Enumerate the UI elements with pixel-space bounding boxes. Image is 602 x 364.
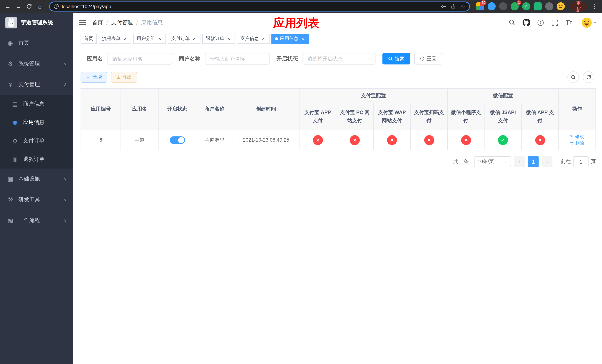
- alipay-app-status-icon: ×: [313, 135, 323, 145]
- breadcrumb: 首页 / 支付管理 / 应用信息: [92, 19, 163, 26]
- browser-update-button[interactable]: 更新: [570, 2, 587, 11]
- fullscreen-icon[interactable]: [550, 18, 559, 27]
- breadcrumb-home[interactable]: 首页: [92, 19, 103, 26]
- sidebar-subitem-pay-order[interactable]: ⊙ 支付订单: [0, 132, 73, 150]
- alipay-pc-status-icon: ×: [350, 135, 360, 145]
- chevron-down-icon: ∨: [64, 218, 67, 223]
- sidebar-subitem-merchant-info[interactable]: ▤ 商户信息: [0, 95, 73, 113]
- goto-page-input[interactable]: [573, 156, 589, 167]
- sidebar-item-workflow[interactable]: ▧ 工作流程 ∨: [0, 210, 73, 231]
- sidebar-item-label: 首页: [19, 40, 29, 46]
- search-button[interactable]: 搜索: [382, 53, 410, 64]
- share-icon[interactable]: [451, 4, 456, 9]
- prev-page-button[interactable]: ‹: [514, 156, 525, 167]
- delete-link[interactable]: 删除: [570, 140, 584, 146]
- sidebar-item-label: 应用信息: [23, 119, 44, 126]
- tab-refund-order[interactable]: 退款订单 ×: [202, 33, 235, 43]
- browser-forward-button[interactable]: →: [14, 1, 23, 11]
- col-create-time: 创建时间: [233, 88, 299, 130]
- tab-merchant-info[interactable]: 商户信息 ×: [237, 33, 269, 43]
- create-time-cell: 2021-10-23 08:49:25: [233, 130, 299, 150]
- sidebar-item-system[interactable]: ⚙ 系统管理 ∨: [0, 53, 73, 74]
- merchant-name-input[interactable]: [205, 53, 269, 64]
- breadcrumb-payment[interactable]: 支付管理: [111, 19, 133, 26]
- page-size-select[interactable]: 10条/页: [474, 156, 511, 167]
- col-app-name: 应用名: [121, 88, 158, 130]
- extension-green-avatar-icon[interactable]: 1: [511, 2, 519, 10]
- sidebar-item-label: 研发工具: [19, 196, 40, 203]
- tab-process-form[interactable]: 流程表单 ×: [99, 33, 131, 43]
- next-page-button[interactable]: ›: [542, 156, 552, 167]
- refresh-table-button[interactable]: [583, 72, 594, 83]
- sidebar-item-home[interactable]: ◉ 首页: [0, 32, 73, 53]
- sidebar-item-infrastructure[interactable]: ▣ 基础设施 ∨: [0, 169, 73, 189]
- extension-square-icon[interactable]: [534, 2, 542, 10]
- gear-icon: ⚙: [6, 60, 15, 67]
- wechat-jsapi-status-icon: ✓: [498, 135, 508, 145]
- tab-label: 退款订单: [206, 35, 224, 42]
- tab-close-icon[interactable]: ×: [261, 36, 266, 41]
- user-avatar[interactable]: ▾: [581, 17, 596, 28]
- breadcrumb-current: 应用信息: [141, 19, 163, 26]
- search-icon: [388, 56, 393, 61]
- export-button[interactable]: 导出: [111, 72, 137, 83]
- help-icon[interactable]: ?: [536, 18, 545, 27]
- bookmark-star-icon[interactable]: ☆: [460, 3, 465, 10]
- app-name-input[interactable]: [108, 53, 172, 64]
- font-size-icon[interactable]: TT: [565, 18, 573, 27]
- extension-grid-icon[interactable]: 10: [476, 2, 484, 10]
- extension-puzzle-icon[interactable]: [545, 2, 553, 10]
- sidebar-logo[interactable]: 芋道管理系统: [0, 13, 73, 32]
- avatar-emoji: [581, 17, 592, 28]
- browser-home-button[interactable]: ⌂: [35, 1, 45, 11]
- sidebar-subitem-refund-order[interactable]: ▥ 退款订单: [0, 150, 73, 169]
- tab-close-icon[interactable]: ×: [192, 36, 197, 41]
- sidebar-item-payment[interactable]: ¥ 支付管理 ∨: [0, 74, 73, 95]
- toggle-search-button[interactable]: [567, 72, 579, 83]
- sidebar-toggle-icon[interactable]: [79, 20, 86, 25]
- extension-face-icon[interactable]: [557, 2, 565, 10]
- wechat-mini-status-icon: ×: [461, 135, 471, 145]
- github-icon[interactable]: [522, 18, 531, 27]
- sidebar-menu: ◉ 首页 ⚙ 系统管理 ∨ ¥ 支付管理 ∨ ▤ 商户信息: [0, 32, 73, 231]
- monitor-icon: ▣: [6, 175, 15, 182]
- col-app-id: 应用编号: [81, 88, 121, 130]
- breadcrumb-separator: /: [106, 20, 108, 26]
- chevron-down-icon: ∨: [64, 61, 67, 66]
- page-number-1[interactable]: 1: [528, 156, 539, 167]
- site-info-icon[interactable]: [54, 4, 59, 9]
- tab-pay-order[interactable]: 支付订单 ×: [168, 33, 200, 43]
- tab-close-icon[interactable]: ×: [226, 36, 232, 41]
- edit-link[interactable]: ✎ 修改: [570, 133, 584, 140]
- merchant-name-label: 商户名称: [179, 55, 200, 62]
- extension-check-icon[interactable]: ✓: [522, 2, 530, 10]
- reset-button[interactable]: 重置: [414, 53, 442, 64]
- search-icon[interactable]: [508, 18, 516, 27]
- tab-close-icon[interactable]: ×: [123, 36, 128, 41]
- tab-close-icon[interactable]: ×: [157, 36, 162, 41]
- url-bar[interactable]: localhost:1024/pay/app ☆: [49, 1, 470, 11]
- status-select[interactable]: 请选择开启状态: [302, 53, 376, 64]
- tab-app-info[interactable]: 应用信息 ×: [271, 33, 309, 43]
- tab-close-icon[interactable]: ×: [300, 36, 306, 41]
- refresh-icon: [420, 56, 425, 61]
- tab-label: 用户分组: [137, 35, 155, 42]
- browser-back-button[interactable]: ←: [3, 1, 12, 11]
- extension-dark-icon[interactable]: [499, 2, 507, 10]
- browser-menu-icon[interactable]: ⋮: [590, 3, 599, 10]
- order-icon: ⊙: [11, 137, 19, 144]
- sidebar-subitem-app-info[interactable]: ▦ 应用信息: [0, 113, 73, 132]
- extension-drop-icon[interactable]: [488, 2, 496, 10]
- extension-badge: 1: [517, 0, 521, 5]
- col-merchant-name: 商户名称: [196, 88, 233, 130]
- tab-home[interactable]: 首页: [81, 33, 97, 43]
- col-actions: 操作: [559, 88, 596, 130]
- chevron-down-icon: ∨: [64, 176, 67, 182]
- status-toggle[interactable]: [170, 136, 185, 144]
- add-button[interactable]: ＋ 新增: [81, 72, 107, 83]
- tab-label: 支付订单: [171, 35, 190, 42]
- password-key-icon[interactable]: [441, 4, 446, 9]
- browser-refresh-button[interactable]: [25, 1, 34, 11]
- tab-user-group[interactable]: 用户分组 ×: [133, 33, 166, 43]
- sidebar-item-devtools[interactable]: ⚒ 研发工具 ∨: [0, 189, 73, 210]
